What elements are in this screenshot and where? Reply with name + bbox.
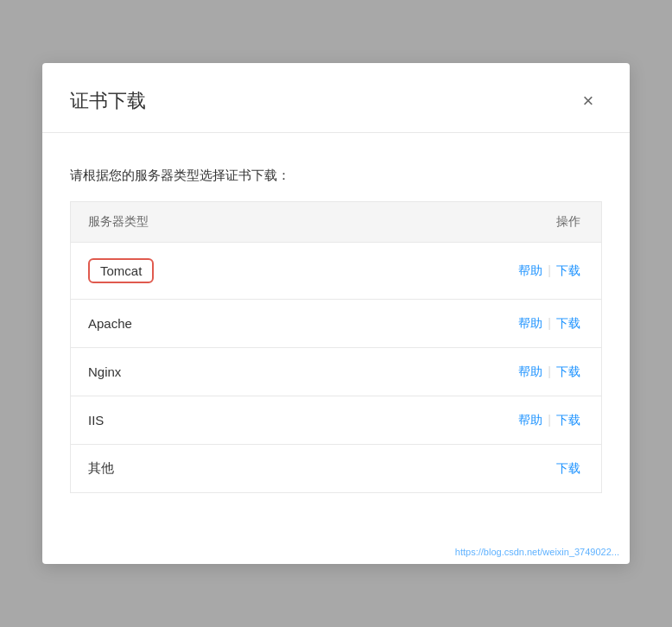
help-link[interactable]: 帮助	[518, 316, 542, 330]
server-type-cell: 其他	[71, 445, 337, 493]
server-name: 其他	[88, 460, 114, 477]
server-type-cell: Tomcat	[71, 243, 337, 300]
server-type-cell: IIS	[71, 396, 337, 445]
modal-title: 证书下载	[70, 88, 146, 114]
close-button[interactable]: ×	[574, 87, 602, 115]
server-type-cell: Nginx	[71, 348, 337, 396]
server-name: Apache	[88, 316, 132, 331]
help-link[interactable]: 帮助	[518, 413, 542, 427]
help-link[interactable]: 帮助	[518, 263, 542, 277]
server-name: Nginx	[88, 364, 121, 379]
download-link[interactable]: 下载	[556, 413, 580, 427]
action-divider: |	[548, 364, 551, 378]
modal-dialog: 证书下载 × 请根据您的服务器类型选择证书下载： 服务器类型 操作 Tomcat…	[42, 63, 630, 564]
cert-table: 服务器类型 操作 Tomcat帮助|下载Apache帮助|下载Nginx帮助|下…	[70, 201, 602, 493]
download-link[interactable]: 下载	[556, 263, 580, 277]
server-type-cell: Apache	[71, 300, 337, 348]
watermark: https://blog.csdn.net/weixin_3749022...	[455, 547, 619, 557]
modal-overlay: 证书下载 × 请根据您的服务器类型选择证书下载： 服务器类型 操作 Tomcat…	[0, 0, 672, 627]
col-header-action: 操作	[337, 202, 602, 243]
help-link[interactable]: 帮助	[518, 364, 542, 378]
table-row: Apache帮助|下载	[71, 300, 602, 348]
action-cell: 帮助|下载	[337, 396, 602, 445]
table-row: Nginx帮助|下载	[71, 348, 602, 396]
table-row: IIS帮助|下载	[71, 396, 602, 445]
download-link[interactable]: 下载	[556, 364, 580, 378]
download-link[interactable]: 下载	[556, 461, 580, 475]
table-body: Tomcat帮助|下载Apache帮助|下载Nginx帮助|下载IIS帮助|下载…	[71, 243, 602, 493]
download-link[interactable]: 下载	[556, 316, 580, 330]
table-header: 服务器类型 操作	[71, 202, 602, 243]
action-cell: 帮助|下载	[337, 243, 602, 300]
modal-divider	[42, 132, 630, 133]
modal-header: 证书下载 ×	[42, 63, 630, 132]
action-divider: |	[548, 263, 551, 277]
col-header-server-type: 服务器类型	[71, 202, 337, 243]
table-row: Tomcat帮助|下载	[71, 243, 602, 300]
server-name: IIS	[88, 413, 104, 428]
action-cell: 帮助|下载	[337, 348, 602, 396]
action-divider: |	[548, 413, 551, 427]
action-cell: 下载	[337, 445, 602, 493]
table-row: 其他下载	[71, 445, 602, 493]
action-cell: 帮助|下载	[337, 300, 602, 348]
instruction-text: 请根据您的服务器类型选择证书下载：	[70, 168, 602, 184]
server-name: Tomcat	[88, 258, 154, 283]
action-divider: |	[548, 316, 551, 330]
modal-body: 请根据您的服务器类型选择证书下载： 服务器类型 操作 Tomcat帮助|下载Ap…	[42, 150, 630, 521]
table-header-row: 服务器类型 操作	[71, 202, 602, 243]
